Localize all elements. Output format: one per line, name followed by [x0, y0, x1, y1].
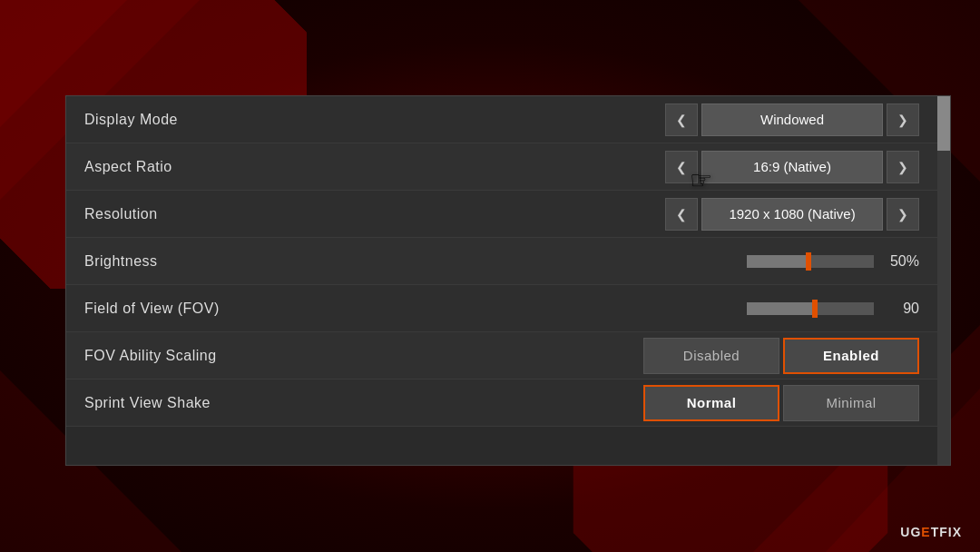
settings-panel: Display Mode ❮ Windowed ❯ Aspect Ratio ❮… [65, 95, 951, 466]
scrollbar-track [937, 96, 950, 465]
display-mode-control: ❮ Windowed ❯ [665, 104, 919, 136]
aspect-ratio-right-arrow[interactable]: ❯ [887, 151, 919, 183]
fov-ability-scaling-control: Disabled Enabled [643, 338, 919, 374]
brightness-control: 50% [747, 253, 919, 270]
resolution-control: ❮ 1920 x 1080 (Native) ❯ [665, 198, 919, 231]
resolution-label: Resolution [84, 206, 665, 222]
brightness-row: Brightness 50% [66, 238, 937, 285]
display-mode-right-arrow[interactable]: ❯ [887, 104, 919, 136]
fov-ability-scaling-enabled[interactable]: Enabled [783, 338, 919, 374]
fov-label: Field of View (FOV) [84, 301, 747, 317]
aspect-ratio-label: Aspect Ratio [84, 159, 665, 175]
resolution-value: 1920 x 1080 (Native) [701, 198, 883, 231]
sprint-view-shake-label: Sprint View Shake [84, 395, 643, 411]
sprint-view-shake-row: Sprint View Shake Normal Minimal [66, 380, 937, 427]
watermark-accent: E [921, 525, 930, 539]
fov-control: 90 [747, 301, 919, 317]
brightness-slider-handle [806, 252, 811, 271]
aspect-ratio-control: ❮ 16:9 (Native) ❯ [665, 151, 919, 183]
aspect-ratio-value: 16:9 (Native) [701, 151, 883, 183]
brightness-slider-track[interactable] [747, 255, 874, 268]
resolution-right-arrow[interactable]: ❯ [887, 198, 919, 231]
fov-ability-scaling-row: FOV Ability Scaling Disabled Enabled [66, 332, 937, 380]
fov-ability-scaling-label: FOV Ability Scaling [84, 348, 643, 364]
display-mode-value: Windowed [701, 104, 883, 136]
fov-slider-fill [747, 302, 817, 315]
brightness-slider-fill [747, 255, 810, 268]
display-mode-label: Display Mode [84, 112, 665, 128]
brightness-label: Brightness [84, 253, 747, 270]
brightness-value: 50% [883, 253, 919, 270]
fov-ability-scaling-disabled[interactable]: Disabled [643, 338, 779, 374]
sprint-view-shake-minimal[interactable]: Minimal [783, 385, 919, 421]
watermark: UGETFIX [900, 525, 962, 539]
scrollbar-thumb[interactable] [937, 96, 950, 151]
fov-slider-track[interactable] [747, 302, 874, 315]
display-mode-left-arrow[interactable]: ❮ [665, 104, 698, 136]
fov-row: Field of View (FOV) 90 [66, 285, 937, 332]
sprint-view-shake-control: Normal Minimal [643, 385, 919, 421]
aspect-ratio-row: Aspect Ratio ❮ 16:9 (Native) ❯ [66, 143, 937, 191]
resolution-row: Resolution ❮ 1920 x 1080 (Native) ❯ [66, 191, 937, 238]
resolution-left-arrow[interactable]: ❮ [665, 198, 698, 231]
fov-value: 90 [883, 301, 919, 317]
display-mode-row: Display Mode ❮ Windowed ❯ [66, 96, 937, 143]
fov-slider-handle [812, 300, 818, 318]
sprint-view-shake-normal[interactable]: Normal [643, 385, 779, 421]
aspect-ratio-left-arrow[interactable]: ❮ [665, 151, 698, 183]
settings-content: Display Mode ❮ Windowed ❯ Aspect Ratio ❮… [66, 96, 937, 465]
